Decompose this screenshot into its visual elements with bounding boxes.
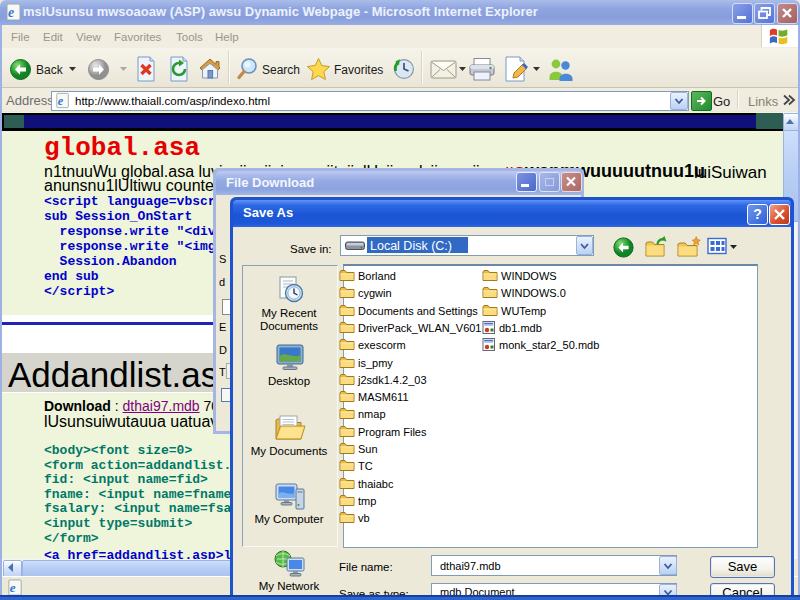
svg-text:e: e [58, 94, 64, 108]
svg-text:e: e [8, 5, 14, 20]
svg-text:e: e [10, 580, 16, 595]
